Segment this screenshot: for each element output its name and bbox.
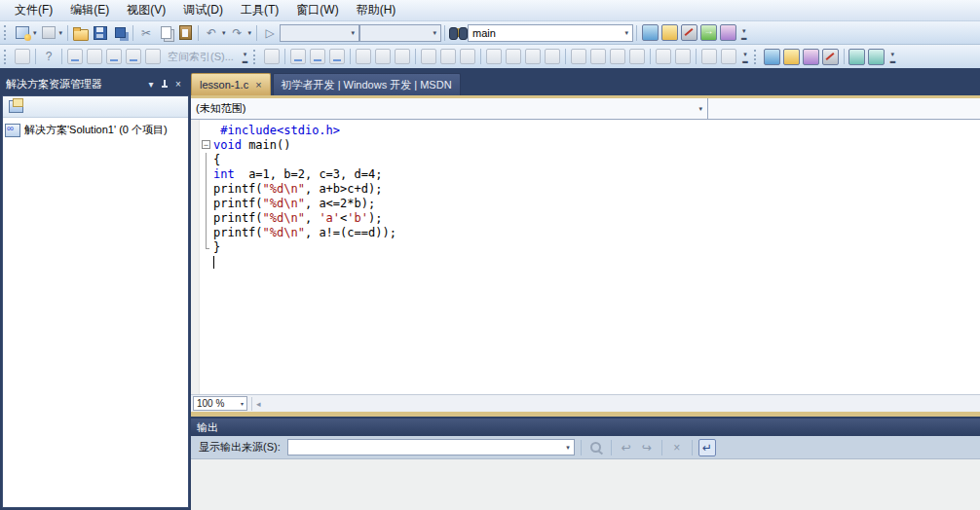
copy-button[interactable] xyxy=(156,23,175,43)
open-file-button[interactable] xyxy=(71,23,91,43)
code-line[interactable]: #include<stdio.h> xyxy=(200,124,980,138)
toolbar-grip[interactable] xyxy=(754,50,759,64)
code-line[interactable] xyxy=(200,255,980,270)
code-line[interactable]: int a=1, b=2, c=3, d=4; xyxy=(200,167,980,182)
zoom-combo[interactable]: 100 % ▾ xyxy=(193,396,247,411)
add-table-button[interactable] xyxy=(782,47,802,66)
start-debug-button[interactable]: ▷ xyxy=(260,23,280,43)
make-same-size-button[interactable] xyxy=(458,47,477,66)
add-item-dropdown-icon[interactable]: ▾ xyxy=(57,29,65,37)
cut-button[interactable]: ✂ xyxy=(136,23,156,43)
solution-explorer-header[interactable]: 解决方案资源管理器 ▾ × xyxy=(2,72,189,95)
manage-indexes-button[interactable] xyxy=(85,47,104,66)
code-area[interactable]: #include<stdio.h>void main(){int a=1, b=… xyxy=(200,124,980,270)
menu-item[interactable]: 窗口(W) xyxy=(287,0,347,20)
save-button[interactable] xyxy=(91,23,110,43)
vertical-spacing-increase-button[interactable] xyxy=(588,47,608,66)
vertical-spacing-decrease-button[interactable] xyxy=(608,47,627,66)
close-panel-icon[interactable]: × xyxy=(171,77,185,91)
recalculate-button[interactable] xyxy=(867,47,886,66)
tab-lesson-1-c[interactable]: lesson-1.c × xyxy=(191,73,271,95)
pointer-button[interactable] xyxy=(802,47,821,66)
toolbar-overflow-button[interactable]: ▾▂ xyxy=(239,52,251,61)
undo-dropdown-icon[interactable]: ▾ xyxy=(220,29,228,37)
properties-button[interactable] xyxy=(6,97,25,117)
undo-button[interactable]: ↶ xyxy=(202,23,221,43)
redo-button[interactable]: ↷ xyxy=(228,23,247,43)
horizontal-spacing-equal-button[interactable] xyxy=(484,47,504,66)
save-all-button[interactable] xyxy=(110,23,130,43)
toolbar-grip[interactable] xyxy=(4,50,9,64)
code-line[interactable]: printf("%d\n", a+b>c+d); xyxy=(200,182,980,197)
find-message-button[interactable] xyxy=(587,439,605,456)
solution-config-combo[interactable]: ▾ xyxy=(280,24,359,42)
menu-item[interactable]: 文件(F) xyxy=(6,0,61,20)
previous-message-button[interactable]: ↩ xyxy=(618,439,635,456)
member-combo[interactable] xyxy=(708,98,980,119)
text-annotation-button[interactable] xyxy=(821,47,841,66)
navigate-button[interactable] xyxy=(698,23,718,43)
schema-button[interactable] xyxy=(13,47,32,66)
relationships-button[interactable] xyxy=(65,47,85,66)
new-project-dropdown-icon[interactable]: ▾ xyxy=(31,29,39,37)
clear-all-button[interactable]: × xyxy=(668,439,686,456)
scope-combo[interactable]: (未知范围) ▾ xyxy=(191,98,708,119)
toggle-word-wrap-button[interactable]: ↵ xyxy=(698,439,716,456)
new-project-button[interactable] xyxy=(13,23,32,43)
show-lines-button[interactable] xyxy=(848,47,867,66)
xml-index-button[interactable] xyxy=(124,47,143,66)
code-line[interactable]: printf("%d\n", a<=2*b); xyxy=(200,197,980,211)
fulltext-index-button[interactable] xyxy=(104,47,124,66)
paste-button[interactable] xyxy=(175,23,195,43)
find-symbol-button[interactable] xyxy=(640,23,660,43)
horizontal-spacing-decrease-button[interactable] xyxy=(523,47,543,66)
solution-tree-item[interactable]: 解决方案'Solution1' (0 个项目) xyxy=(5,123,186,137)
menu-item[interactable]: 视图(V) xyxy=(118,0,174,20)
output-content[interactable] xyxy=(191,459,980,510)
output-source-combo[interactable]: ▾ xyxy=(287,439,575,455)
combo-dropdown-icon[interactable]: ▾ xyxy=(622,29,629,37)
horizontal-spacing-remove-button[interactable] xyxy=(543,47,562,66)
properties-page-button[interactable] xyxy=(143,47,163,66)
snap-to-grid-button[interactable] xyxy=(262,47,282,66)
bring-to-front-button[interactable] xyxy=(699,47,719,66)
menu-item[interactable]: 调试(D) xyxy=(174,0,232,20)
scroll-left-icon[interactable]: ◂ xyxy=(256,399,261,409)
horizontal-spacing-increase-button[interactable] xyxy=(504,47,523,66)
object-browser-button[interactable] xyxy=(718,23,737,43)
combo-dropdown-icon[interactable]: ▾ xyxy=(430,29,437,37)
window-position-icon[interactable]: ▾ xyxy=(144,77,158,91)
next-message-button[interactable]: ↪ xyxy=(638,439,656,456)
code-line[interactable]: printf("%d\n", 'a'<'b'); xyxy=(200,211,980,226)
properties-window-button[interactable] xyxy=(660,23,679,43)
code-line[interactable]: { xyxy=(200,153,980,167)
toolbar-overflow-button[interactable]: ▾▂ xyxy=(886,52,899,61)
align-centers-button[interactable] xyxy=(308,47,327,66)
find-in-files-button[interactable] xyxy=(448,23,468,43)
solution-platform-combo[interactable]: ▾ xyxy=(359,24,441,42)
output-titlebar[interactable]: 输出 xyxy=(191,419,980,436)
send-to-back-button[interactable] xyxy=(719,47,738,66)
code-line[interactable]: printf("%d\n", a!=(c==d)); xyxy=(200,226,980,240)
help-button[interactable]: ? xyxy=(39,47,58,66)
combo-dropdown-icon[interactable]: ▾ xyxy=(562,444,570,452)
combo-dropdown-icon[interactable]: ▾ xyxy=(348,29,356,37)
toolbar-grip[interactable] xyxy=(253,50,258,64)
menu-item[interactable]: 帮助(H) xyxy=(348,0,405,20)
center-vertical-button[interactable] xyxy=(673,47,693,66)
add-item-button[interactable] xyxy=(39,23,58,43)
align-rights-button[interactable] xyxy=(327,47,347,66)
spatial-index-label[interactable]: 空间索引(S)... xyxy=(163,50,239,64)
align-tops-button[interactable] xyxy=(354,47,373,66)
toolbar-grip[interactable] xyxy=(4,25,9,40)
customize-tools-button[interactable] xyxy=(679,23,698,43)
fold-collapse-icon[interactable] xyxy=(200,138,213,153)
align-middles-button[interactable] xyxy=(373,47,393,66)
code-surface[interactable]: #include<stdio.h>void main(){int a=1, b=… xyxy=(191,120,980,394)
code-line[interactable]: void main() xyxy=(200,138,980,153)
indicator-margin[interactable] xyxy=(191,120,200,394)
vertical-spacing-equal-button[interactable] xyxy=(569,47,588,66)
menu-item[interactable]: 工具(T) xyxy=(232,0,287,20)
menu-item[interactable]: 编辑(E) xyxy=(61,0,118,20)
code-line[interactable]: } xyxy=(200,240,980,255)
